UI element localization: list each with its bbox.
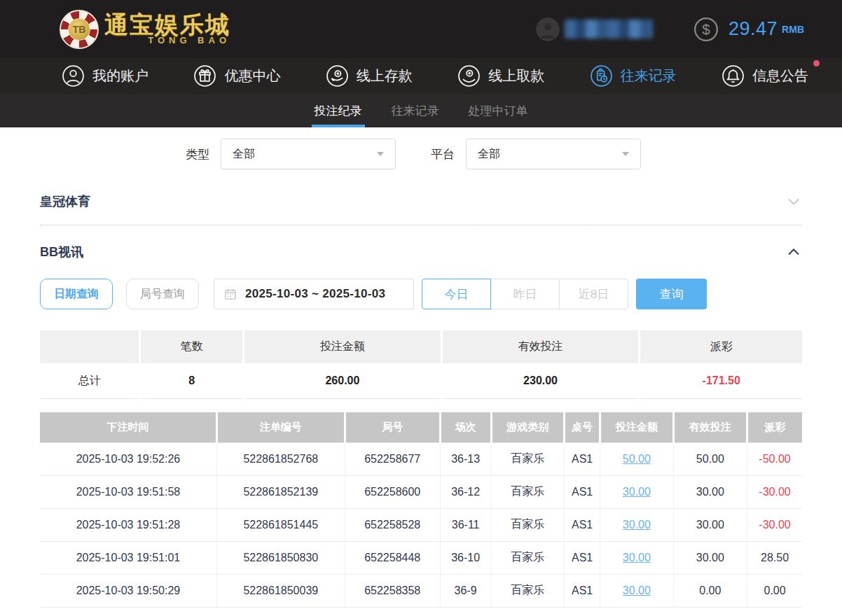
col-order-id: 注单编号 [216,412,345,442]
bet-time: 2025-10-03 19:51:28 [40,508,216,541]
bet-time: 2025-10-03 19:52:26 [40,442,216,475]
deposit-icon [326,64,349,88]
summary-total-label: 总计 [40,363,139,399]
payout: -30.00 [747,475,802,508]
payout: -50.00 [747,442,802,475]
filter-row: 类型 全部 平台 全部 [186,139,802,169]
summary-header-count: 笔数 [141,330,242,363]
tab-pending-orders[interactable]: 处理中订单 [454,94,543,127]
search-button[interactable]: 查询 [636,279,707,309]
summary-header-empty [40,330,139,363]
bet-amount-link[interactable]: 30.00 [623,519,651,531]
col-round-id: 局号 [345,412,440,442]
nav-item-announcements[interactable]: 信息公告 [722,64,808,88]
top-header: TB 通宝娱乐城 TONG BAO $ 29.47 RMB [0,0,842,58]
page: TB 通宝娱乐城 TONG BAO $ 29.47 RMB [0,0,842,616]
tab-transaction-records[interactable]: 往来记录 [377,94,454,127]
content: 类型 全部 平台 全部 皇冠体育 BB视讯 [0,127,842,608]
date-range-input[interactable]: 2025-10-03 ~ 2025-10-03 [214,279,414,309]
section-title: 皇冠体育 [40,193,90,210]
bet-time: 2025-10-03 19:51:58 [40,475,216,508]
main-nav: 我的账户 优惠中心 线上存款 线上取款 [0,58,842,94]
col-table-no: 桌号 [565,412,600,442]
valid-bet: 0.00 [673,574,747,607]
round-query-button[interactable]: 局号查询 [126,279,199,309]
valid-bet: 30.00 [673,475,747,508]
range-today-button[interactable]: 今日 [422,279,491,309]
nav-item-my-account[interactable]: 我的账户 [62,64,149,88]
table-no: AS1 [565,508,600,541]
col-game-type: 游戏类别 [491,412,564,442]
payout: 0.00 [747,574,802,607]
platform-filter-label: 平台 [431,146,455,162]
query-controls: 日期查询 局号查询 2025-10-03 ~ 2025-10-03 今日 昨日 … [40,279,802,309]
platform-select[interactable]: 全部 [466,139,641,169]
logo-title-cn: 通宝娱乐城 [104,13,230,38]
round-id: 652258358 [345,574,440,607]
order-id: 522861852139 [216,475,345,508]
round-id: 652258448 [345,541,440,574]
section-bb-video[interactable]: BB视讯 [40,238,802,266]
logo-title-en: TONG BAO [104,35,230,46]
bet-amount-link[interactable]: 50.00 [623,453,651,465]
payout: -30.00 [747,508,802,541]
avatar-person-icon [536,18,560,41]
logo-text: 通宝娱乐城 TONG BAO [104,13,230,46]
nav-label: 信息公告 [752,66,808,85]
payout: 28.50 [747,541,802,574]
dollar-coin-icon: $ [693,16,719,43]
table-no: AS1 [565,541,600,574]
session: 36-11 [440,508,491,541]
tab-bet-records[interactable]: 投注纪录 [300,94,377,127]
summary-header-bet-amount: 投注金额 [244,330,441,363]
range-last8days-button[interactable]: 近8日 [559,279,628,309]
type-select-value: 全部 [233,147,255,162]
bet-amount-link[interactable]: 30.00 [623,552,651,564]
order-id: 522861850830 [216,541,345,574]
date-query-button[interactable]: 日期查询 [40,279,113,309]
nav-item-deposit[interactable]: 线上存款 [326,64,413,88]
nav-item-withdraw[interactable]: 线上取款 [457,64,544,88]
col-bet-amount: 投注金额 [600,412,673,442]
nav-item-transaction-records[interactable]: 往来记录 [590,64,677,88]
user-area: $ 29.47 RMB [536,16,804,43]
type-filter-label: 类型 [186,146,209,162]
caret-down-icon [377,152,384,156]
round-id: 652258600 [345,475,440,508]
chevron-down-icon [785,193,802,210]
nav-label: 线上取款 [488,66,544,85]
nav-label: 优惠中心 [224,66,280,85]
bet-amount-link[interactable]: 30.00 [623,486,651,498]
nav-label: 往来记录 [621,66,677,85]
session: 36-10 [440,541,491,574]
avatar[interactable] [536,18,560,41]
bet-records-table: 下注时间 注单编号 局号 场次 游戏类别 桌号 投注金额 有效投注 派彩 202… [40,412,802,608]
records-icon [590,64,613,88]
bet-amount-link[interactable]: 30.00 [623,584,651,596]
section-title: BB视讯 [40,244,83,260]
section-crown-sports[interactable]: 皇冠体育 [40,188,802,216]
game-type: 百家乐 [491,475,564,508]
site-logo[interactable]: TB 通宝娱乐城 TONG BAO [60,10,230,49]
record-tabs: 投注纪录 往来记录 处理中订单 [0,94,842,127]
table-row: 2025-10-03 19:51:01 522861850830 6522584… [40,541,802,574]
game-type: 百家乐 [491,541,564,574]
table-no: AS1 [565,574,600,607]
svg-text:$: $ [702,21,710,37]
session: 36-9 [440,574,491,607]
summary-header-payout: 派彩 [640,330,802,363]
valid-bet: 30.00 [673,541,747,574]
type-select[interactable]: 全部 [221,139,396,169]
summary-valid-bet: 230.00 [443,363,639,399]
bet-time: 2025-10-03 19:50:29 [40,574,216,607]
col-session: 场次 [440,412,491,442]
summary-count: 8 [141,363,242,399]
nav-item-promotions[interactable]: 优惠中心 [193,64,280,88]
col-valid-bet: 有效投注 [673,412,747,442]
valid-bet: 30.00 [673,508,747,541]
table-row: 2025-10-03 19:52:26 522861852768 6522586… [40,442,802,475]
summary-bet-amount: 260.00 [244,363,441,399]
range-yesterday-button[interactable]: 昨日 [490,279,560,309]
session: 36-13 [440,442,491,475]
bet-time: 2025-10-03 19:51:01 [40,541,216,574]
